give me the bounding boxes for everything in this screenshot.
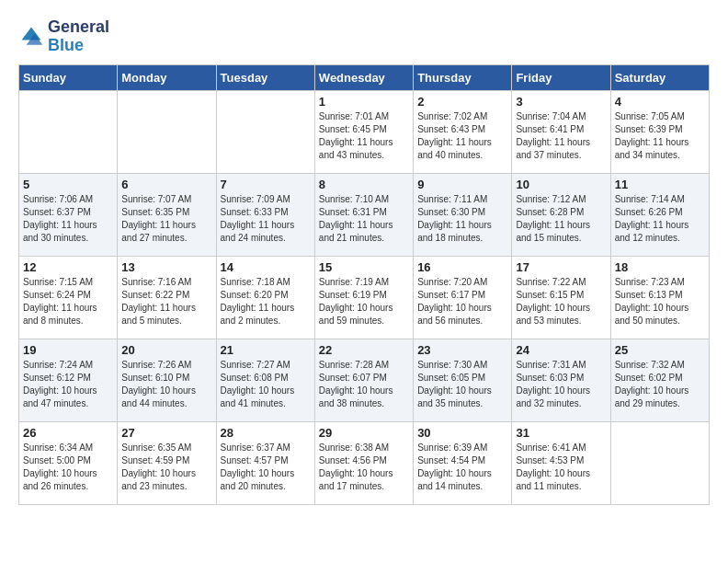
day-info: Sunrise: 7:12 AM Sunset: 6:28 PM Dayligh… <box>516 193 606 245</box>
day-number: 5 <box>23 178 113 191</box>
calendar-cell: 10Sunrise: 7:12 AM Sunset: 6:28 PM Dayli… <box>512 173 610 256</box>
day-number: 26 <box>23 426 113 440</box>
day-number: 14 <box>221 260 311 274</box>
day-number: 25 <box>615 343 705 357</box>
day-info: Sunrise: 7:30 AM Sunset: 6:05 PM Dayligh… <box>417 359 507 410</box>
calendar-table: SundayMondayTuesdayWednesdayThursdayFrid… <box>18 64 710 505</box>
page-header: General Blue <box>18 18 710 55</box>
day-number: 2 <box>417 95 507 109</box>
day-info: Sunrise: 6:34 AM Sunset: 5:00 PM Dayligh… <box>23 442 113 493</box>
calendar-cell: 6Sunrise: 7:07 AM Sunset: 6:35 PM Daylig… <box>118 173 216 256</box>
calendar-cell: 25Sunrise: 7:32 AM Sunset: 6:02 PM Dayli… <box>610 339 709 421</box>
day-number: 16 <box>417 260 507 274</box>
calendar-week-row: 12Sunrise: 7:15 AM Sunset: 6:24 PM Dayli… <box>19 256 710 339</box>
day-info: Sunrise: 7:01 AM Sunset: 6:45 PM Dayligh… <box>319 110 409 162</box>
day-number: 29 <box>319 426 409 440</box>
day-info: Sunrise: 7:22 AM Sunset: 6:15 PM Dayligh… <box>516 276 606 327</box>
calendar-cell: 4Sunrise: 7:05 AM Sunset: 6:39 PM Daylig… <box>610 90 709 173</box>
day-number: 31 <box>516 426 606 440</box>
logo-text: General Blue <box>48 18 109 55</box>
day-info: Sunrise: 6:37 AM Sunset: 4:57 PM Dayligh… <box>221 442 311 493</box>
calendar-cell: 3Sunrise: 7:04 AM Sunset: 6:41 PM Daylig… <box>512 90 610 173</box>
day-number: 12 <box>23 260 113 274</box>
day-info: Sunrise: 7:24 AM Sunset: 6:12 PM Dayligh… <box>23 359 113 410</box>
calendar-week-row: 19Sunrise: 7:24 AM Sunset: 6:12 PM Dayli… <box>19 339 710 421</box>
day-header-saturday: Saturday <box>610 64 709 90</box>
calendar-cell: 12Sunrise: 7:15 AM Sunset: 6:24 PM Dayli… <box>19 256 118 339</box>
day-number: 19 <box>23 343 113 357</box>
day-info: Sunrise: 7:15 AM Sunset: 6:24 PM Dayligh… <box>23 276 113 327</box>
day-info: Sunrise: 7:10 AM Sunset: 6:31 PM Dayligh… <box>319 193 409 245</box>
calendar-cell: 16Sunrise: 7:20 AM Sunset: 6:17 PM Dayli… <box>414 256 512 339</box>
day-info: Sunrise: 7:11 AM Sunset: 6:30 PM Dayligh… <box>417 193 507 245</box>
day-info: Sunrise: 6:39 AM Sunset: 4:54 PM Dayligh… <box>417 442 507 493</box>
calendar-cell: 24Sunrise: 7:31 AM Sunset: 6:03 PM Dayli… <box>512 339 610 421</box>
day-number: 22 <box>319 343 409 357</box>
day-info: Sunrise: 7:16 AM Sunset: 6:22 PM Dayligh… <box>121 276 211 327</box>
calendar-cell: 9Sunrise: 7:11 AM Sunset: 6:30 PM Daylig… <box>414 173 512 256</box>
day-number: 6 <box>121 178 211 191</box>
day-info: Sunrise: 7:20 AM Sunset: 6:17 PM Dayligh… <box>417 276 507 327</box>
calendar-cell: 13Sunrise: 7:16 AM Sunset: 6:22 PM Dayli… <box>118 256 216 339</box>
calendar-cell: 26Sunrise: 6:34 AM Sunset: 5:00 PM Dayli… <box>19 421 118 504</box>
calendar-cell: 5Sunrise: 7:06 AM Sunset: 6:37 PM Daylig… <box>19 173 118 256</box>
day-header-thursday: Thursday <box>414 64 512 90</box>
day-number: 4 <box>615 95 705 109</box>
calendar-cell <box>19 90 118 173</box>
calendar-cell: 11Sunrise: 7:14 AM Sunset: 6:26 PM Dayli… <box>610 173 709 256</box>
day-number: 21 <box>221 343 311 357</box>
calendar-cell: 19Sunrise: 7:24 AM Sunset: 6:12 PM Dayli… <box>19 339 118 421</box>
logo: General Blue <box>18 18 109 55</box>
day-number: 28 <box>221 426 311 440</box>
calendar-cell: 28Sunrise: 6:37 AM Sunset: 4:57 PM Dayli… <box>216 421 314 504</box>
day-info: Sunrise: 7:26 AM Sunset: 6:10 PM Dayligh… <box>121 359 211 410</box>
day-header-wednesday: Wednesday <box>314 64 413 90</box>
day-number: 23 <box>417 343 507 357</box>
day-info: Sunrise: 7:19 AM Sunset: 6:19 PM Dayligh… <box>319 276 409 327</box>
day-info: Sunrise: 6:41 AM Sunset: 4:53 PM Dayligh… <box>516 442 606 493</box>
day-header-tuesday: Tuesday <box>216 64 314 90</box>
day-info: Sunrise: 7:32 AM Sunset: 6:02 PM Dayligh… <box>615 359 705 410</box>
day-number: 10 <box>516 178 606 191</box>
day-info: Sunrise: 7:31 AM Sunset: 6:03 PM Dayligh… <box>516 359 606 410</box>
calendar-cell: 15Sunrise: 7:19 AM Sunset: 6:19 PM Dayli… <box>314 256 413 339</box>
day-number: 27 <box>121 426 211 440</box>
day-number: 1 <box>319 95 409 109</box>
day-number: 15 <box>319 260 409 274</box>
calendar-cell: 20Sunrise: 7:26 AM Sunset: 6:10 PM Dayli… <box>118 339 216 421</box>
day-info: Sunrise: 7:28 AM Sunset: 6:07 PM Dayligh… <box>319 359 409 410</box>
calendar-cell: 2Sunrise: 7:02 AM Sunset: 6:43 PM Daylig… <box>414 90 512 173</box>
day-number: 30 <box>417 426 507 440</box>
calendar-cell: 31Sunrise: 6:41 AM Sunset: 4:53 PM Dayli… <box>512 421 610 504</box>
calendar-cell: 17Sunrise: 7:22 AM Sunset: 6:15 PM Dayli… <box>512 256 610 339</box>
day-number: 17 <box>516 260 606 274</box>
calendar-cell: 27Sunrise: 6:35 AM Sunset: 4:59 PM Dayli… <box>118 421 216 504</box>
day-info: Sunrise: 7:07 AM Sunset: 6:35 PM Dayligh… <box>121 193 211 245</box>
day-info: Sunrise: 7:27 AM Sunset: 6:08 PM Dayligh… <box>221 359 311 410</box>
day-header-sunday: Sunday <box>19 64 118 90</box>
calendar-cell: 7Sunrise: 7:09 AM Sunset: 6:33 PM Daylig… <box>216 173 314 256</box>
calendar-cell <box>216 90 314 173</box>
calendar-cell <box>610 421 709 504</box>
calendar-cell: 1Sunrise: 7:01 AM Sunset: 6:45 PM Daylig… <box>314 90 413 173</box>
calendar-cell: 30Sunrise: 6:39 AM Sunset: 4:54 PM Dayli… <box>414 421 512 504</box>
calendar-cell <box>118 90 216 173</box>
calendar-cell: 29Sunrise: 6:38 AM Sunset: 4:56 PM Dayli… <box>314 421 413 504</box>
calendar-week-row: 26Sunrise: 6:34 AM Sunset: 5:00 PM Dayli… <box>19 421 710 504</box>
day-info: Sunrise: 6:35 AM Sunset: 4:59 PM Dayligh… <box>121 442 211 493</box>
calendar-header-row: SundayMondayTuesdayWednesdayThursdayFrid… <box>19 64 710 90</box>
day-info: Sunrise: 7:06 AM Sunset: 6:37 PM Dayligh… <box>23 193 113 245</box>
day-number: 20 <box>121 343 211 357</box>
day-number: 24 <box>516 343 606 357</box>
logo-icon <box>18 24 44 50</box>
day-info: Sunrise: 7:23 AM Sunset: 6:13 PM Dayligh… <box>615 276 705 327</box>
calendar-cell: 22Sunrise: 7:28 AM Sunset: 6:07 PM Dayli… <box>314 339 413 421</box>
calendar-week-row: 1Sunrise: 7:01 AM Sunset: 6:45 PM Daylig… <box>19 90 710 173</box>
day-number: 8 <box>319 178 409 191</box>
day-info: Sunrise: 7:14 AM Sunset: 6:26 PM Dayligh… <box>615 193 705 245</box>
day-info: Sunrise: 7:09 AM Sunset: 6:33 PM Dayligh… <box>221 193 311 245</box>
day-info: Sunrise: 7:04 AM Sunset: 6:41 PM Dayligh… <box>516 110 606 162</box>
calendar-cell: 18Sunrise: 7:23 AM Sunset: 6:13 PM Dayli… <box>610 256 709 339</box>
day-header-friday: Friday <box>512 64 610 90</box>
calendar-week-row: 5Sunrise: 7:06 AM Sunset: 6:37 PM Daylig… <box>19 173 710 256</box>
